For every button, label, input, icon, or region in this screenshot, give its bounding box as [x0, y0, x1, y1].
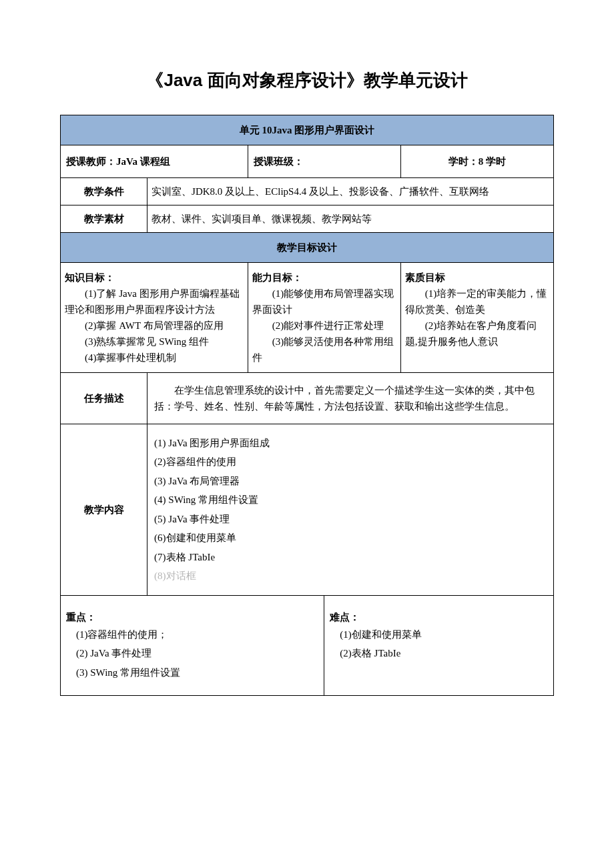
- hours-cell: 学时：8 学时: [400, 145, 553, 177]
- quality-goal-title: 素质目标: [405, 270, 549, 286]
- content-item-4: (4) SWing 常用组件设置: [154, 490, 547, 510]
- unit-header: 单元 10Java 图形用户界面设计: [61, 115, 554, 145]
- content-item-5: (5) JaVa 事件处理: [154, 510, 547, 529]
- focus-cell: 重点： (1)容器组件的使用； (2) JaVa 事件处理 (3) SWing …: [61, 595, 324, 696]
- focus-title: 重点：: [66, 609, 318, 625]
- materials-label: 教学素材: [61, 205, 147, 232]
- teacher-value: JaVa 课程组: [116, 156, 170, 167]
- class-label: 授课班级：: [254, 156, 304, 167]
- content-item-6: (6)创建和使用菜单: [154, 528, 547, 548]
- knowledge-goal-cell: 知识目标： (1)了解 Java 图形用户界面编程基础理论和图形用户界面程序设计…: [61, 262, 248, 372]
- ability-goal-cell: 能力目标： (1)能够使用布局管理器实现界面设计 (2)能对事件进行正常处理 (…: [248, 262, 400, 372]
- page-title: 《Java 面向对象程序设计》教学单元设计: [60, 67, 554, 95]
- teacher-label: 授课教师：: [66, 156, 116, 167]
- difficulty-item-2: (2)表格 JTabIe: [340, 644, 548, 663]
- content-item-8: (8)对话框: [154, 566, 547, 586]
- knowledge-goal-item-1: (1)了解 Java 图形用户界面编程基础理论和图形用户界面程序设计方法: [65, 286, 244, 318]
- content-value-cell: (1) JaVa 图形用户界面组成 (2)容器组件的使用 (3) JaVa 布局…: [147, 424, 554, 595]
- content-label: 教学内容: [61, 424, 147, 595]
- focus-item-3: (3) SWing 常用组件设置: [76, 663, 318, 683]
- knowledge-goal-item-2: (2)掌握 AWT 布局管理器的应用: [65, 318, 244, 334]
- quality-goal-item-2: (2)培养站在客户角度看问题,提升服务他人意识: [405, 318, 549, 350]
- ability-goal-item-1: (1)能够使用布局管理器实现界面设计: [252, 286, 396, 318]
- content-item-3: (3) JaVa 布局管理器: [154, 472, 547, 491]
- ability-goal-item-3: (3)能够灵活使用各种常用组件: [252, 334, 396, 366]
- task-label: 任务描述: [61, 372, 147, 424]
- focus-item-1: (1)容器组件的使用；: [76, 625, 318, 644]
- ability-goal-item-2: (2)能对事件进行正常处理: [252, 318, 396, 334]
- focus-item-2: (2) JaVa 事件处理: [76, 644, 318, 663]
- hours-label: 学时：: [448, 156, 479, 167]
- goals-header: 教学目标设计: [61, 232, 554, 262]
- difficulty-title: 难点：: [330, 609, 548, 625]
- class-cell: 授课班级：: [248, 145, 400, 177]
- teacher-cell: 授课教师：JaVa 课程组: [61, 145, 248, 177]
- lesson-plan-table: 单元 10Java 图形用户界面设计 授课教师：JaVa 课程组 授课班级： 学…: [60, 115, 554, 697]
- quality-goal-item-1: (1)培养一定的审美能力，懂得欣赏美、创造美: [405, 286, 549, 318]
- difficulty-cell: 难点： (1)创建和使用菜单 (2)表格 JTabIe: [324, 595, 554, 696]
- content-item-7: (7)表格 JTabIe: [154, 548, 547, 567]
- content-item-2: (2)容器组件的使用: [154, 452, 547, 472]
- ability-goal-title: 能力目标：: [252, 270, 396, 286]
- knowledge-goal-item-3: (3)熟练掌握常见 SWing 组件: [65, 334, 244, 350]
- quality-goal-cell: 素质目标 (1)培养一定的审美能力，懂得欣赏美、创造美 (2)培养站在客户角度看…: [400, 262, 553, 372]
- conditions-label: 教学条件: [61, 177, 147, 205]
- hours-value: 8 学时: [479, 156, 506, 167]
- conditions-value: 实训室、JDK8.0 及以上、EClipS4.4 及以上、投影设备、广播软件、互…: [147, 177, 554, 205]
- knowledge-goal-title: 知识目标：: [65, 270, 244, 286]
- knowledge-goal-item-4: (4)掌握事件处理机制: [65, 350, 244, 366]
- difficulty-item-1: (1)创建和使用菜单: [340, 625, 548, 644]
- content-item-1: (1) JaVa 图形用户界面组成: [154, 434, 547, 453]
- task-value: 在学生信息管理系统的设计中，首先需要定义一个描述学生这一实体的类，其中包括：学号…: [147, 372, 554, 424]
- materials-value: 教材、课件、实训项目单、微课视频、教学网站等: [147, 205, 554, 232]
